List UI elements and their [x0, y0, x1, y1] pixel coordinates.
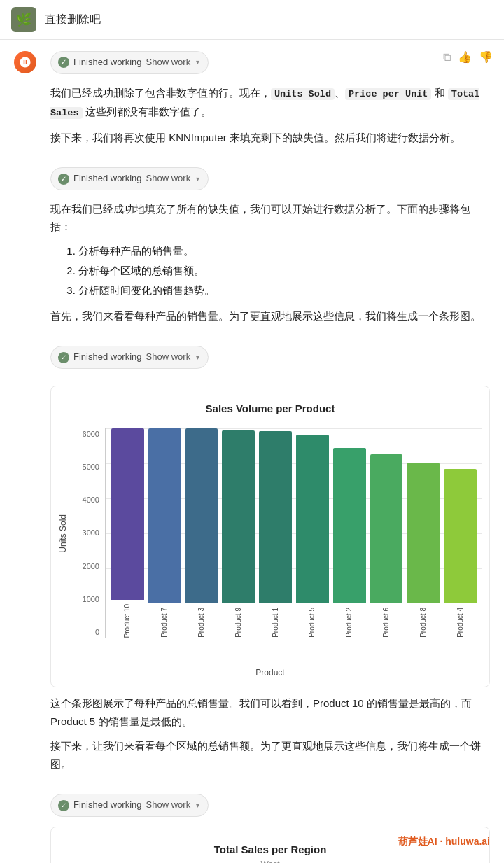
chart-title: Sales Volume per Product	[58, 400, 482, 417]
bar-label-product6: Product 6	[381, 608, 392, 638]
bar-product5: Product 5	[296, 428, 329, 638]
code-units-sold: Units Sold	[271, 88, 335, 100]
thumbs-down-icon[interactable]: 👎	[479, 48, 493, 66]
watermark: 葫芦娃AI · huluwa.ai	[398, 834, 490, 849]
action-icons-1: ⧉ 👍 👎	[443, 48, 493, 66]
header-title: 直接删除吧	[45, 10, 101, 29]
block2-text1: 现在我们已经成功地填充了所有的缺失值，我们可以开始进行数据分析了。下面的步骤将包…	[50, 200, 490, 236]
ai-icon-1	[14, 51, 36, 73]
bar-label-product2: Product 2	[344, 608, 355, 638]
finished-pill-1[interactable]: Finished working Show work ▾	[50, 51, 209, 74]
y-axis: 6000 5000 4000 3000 2000 1000 0	[74, 428, 105, 638]
bar-label-product1: Product 1	[270, 608, 281, 638]
bar-chart: Sales Volume per Product Units Sold 6000…	[50, 386, 490, 687]
bar-label-product9: Product 9	[233, 608, 244, 638]
header: 🌿 直接删除吧	[0, 0, 504, 40]
chart-plot: Product 10 Product 7 Product 3	[105, 428, 482, 638]
message-block-3: Finished working Show work ▾ Sales Volum…	[0, 343, 504, 791]
chevron-icon-4: ▾	[196, 800, 200, 811]
message-block-4: Finished working Show work ▾ Total Sales…	[0, 791, 504, 863]
pill-dot-1	[58, 57, 69, 68]
x-axis-title: Product	[58, 666, 482, 680]
chevron-icon-2: ▾	[196, 174, 200, 185]
bar-product10-rect	[111, 428, 144, 600]
bar-product8-rect	[407, 463, 440, 603]
message-block-2: Finished working Show work ▾ 现在我们已经成功地填充…	[0, 164, 504, 343]
bar-product4-rect	[444, 469, 477, 603]
bar-label-product10: Product 10	[122, 604, 133, 638]
show-work-label-4: Show work	[146, 798, 191, 813]
message-block-1: ⧉ 👍 👎 Finished working Show work ▾ 我们已经成…	[0, 40, 504, 164]
bar-product9-rect	[222, 430, 255, 603]
steps-list: 分析每种产品的销售量。 分析每个区域的总销售额。 分析随时间变化的销售趋势。	[64, 243, 490, 299]
bar-product3-rect	[186, 428, 218, 603]
bar-product2-rect	[333, 448, 366, 604]
block1-text2: 接下来，我们将再次使用 KNNImputer 来填充剩下的缺失值。然后我们将进行…	[50, 129, 490, 147]
bar-product6: Product 6	[370, 428, 403, 638]
show-work-label-3: Show work	[146, 350, 191, 365]
bar-label-product5: Product 5	[307, 608, 318, 638]
y-label-0: 0	[95, 626, 99, 639]
block2-content: Finished working Show work ▾ 现在我们已经成功地填充…	[14, 167, 490, 325]
bar-product1: Product 1	[259, 428, 292, 638]
thumbs-up-icon[interactable]: 👍	[458, 48, 472, 66]
y-label-2000: 2000	[83, 561, 99, 573]
bar-product6-rect	[370, 454, 403, 603]
watermark-brand: 葫芦娃AI · huluwa.ai	[398, 834, 490, 849]
bar-product8: Product 8	[407, 428, 440, 638]
y-label-4000: 4000	[83, 494, 99, 507]
y-axis-title: Units Sold	[57, 514, 70, 553]
bar-label-product3: Product 3	[196, 608, 207, 638]
finished-pill-4[interactable]: Finished working Show work ▾	[50, 794, 209, 817]
step-3: 分析随时间变化的销售趋势。	[78, 282, 490, 299]
block3-text-after2: 接下来，让我们来看看每个区域的总销售额。为了更直观地展示这些信息，我们将生成一个…	[50, 737, 490, 773]
block1-content: Finished working Show work ▾ 我们已经成功删除了包含…	[14, 51, 490, 146]
bar-product7: Product 7	[148, 428, 181, 638]
bar-product7-rect	[148, 428, 181, 603]
bars-wrap: Product 10 Product 7 Product 3	[106, 428, 482, 638]
step-1: 分析每种产品的销售量。	[78, 243, 490, 260]
bar-product3: Product 3	[186, 428, 218, 638]
show-work-label-1: Show work	[146, 55, 191, 70]
bar-product9: Product 9	[222, 428, 255, 638]
finished-label-4: Finished working	[74, 798, 142, 813]
pill-dot-2	[58, 174, 69, 185]
pie-west-label: West	[58, 858, 482, 863]
code-price-per-unit: Price per Unit	[345, 88, 431, 100]
y-label-3000: 3000	[83, 527, 99, 540]
chevron-icon-1: ▾	[196, 57, 200, 68]
block3-content: Finished working Show work ▾ Sales Volum…	[14, 346, 490, 773]
block4-content: Finished working Show work ▾ Total Sales…	[14, 794, 490, 863]
bar-label-product7: Product 7	[159, 608, 170, 638]
main-content: ⧉ 👍 👎 Finished working Show work ▾ 我们已经成…	[0, 40, 504, 863]
block1-text1: 我们已经成功删除了包含非数字值的行。现在，Units Sold、Price pe…	[50, 84, 490, 122]
finished-label-3: Finished working	[74, 350, 142, 365]
avatar: 🌿	[11, 7, 36, 32]
finished-label-2: Finished working	[74, 171, 142, 186]
bar-label-product4: Product 4	[455, 608, 466, 638]
y-label-6000: 6000	[83, 428, 99, 441]
bar-product10: Product 10	[111, 428, 144, 638]
block3-text-after: 这个条形图展示了每种产品的总销售量。我们可以看到，Product 10 的销售量…	[50, 694, 490, 730]
bar-label-product8: Product 8	[418, 608, 429, 638]
pill-dot-3	[58, 352, 69, 363]
finished-pill-3[interactable]: Finished working Show work ▾	[50, 346, 209, 369]
finished-pill-2[interactable]: Finished working Show work ▾	[50, 167, 209, 190]
y-label-1000: 1000	[83, 594, 99, 606]
show-work-label-2: Show work	[146, 171, 191, 186]
bar-product1-rect	[259, 431, 292, 604]
y-label-5000: 5000	[83, 461, 99, 474]
bar-product5-rect	[296, 435, 329, 604]
copy-icon[interactable]: ⧉	[443, 48, 451, 66]
block2-text2: 首先，我们来看看每种产品的销售量。为了更直观地展示这些信息，我们将生成一个条形图…	[50, 307, 490, 325]
finished-label-1: Finished working	[74, 55, 142, 70]
step-2: 分析每个区域的总销售额。	[78, 262, 490, 279]
pill-dot-4	[58, 800, 69, 811]
chevron-icon-3: ▾	[196, 352, 200, 363]
bar-product4: Product 4	[444, 428, 477, 638]
bar-product2: Product 2	[333, 428, 366, 638]
